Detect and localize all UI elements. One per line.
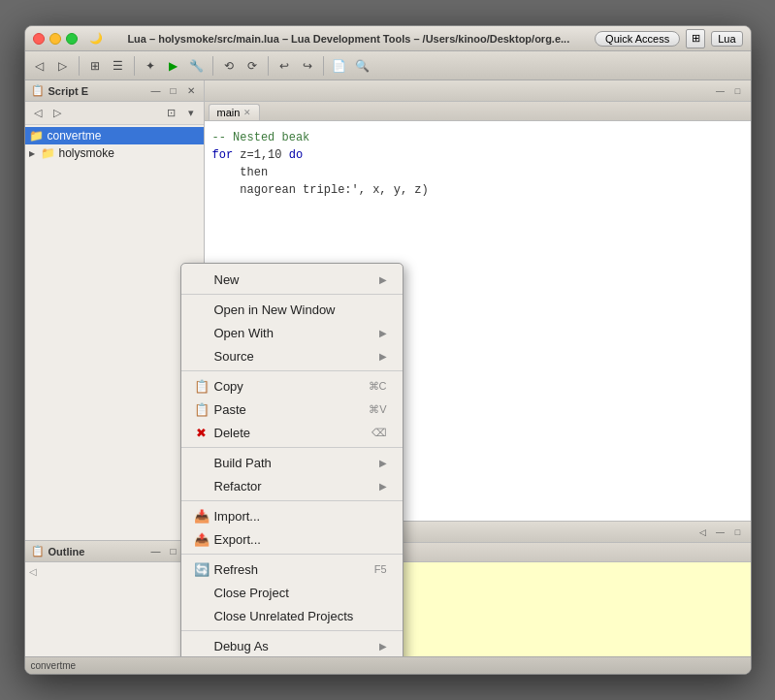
editor-minimize-btn[interactable]: — <box>714 84 727 98</box>
toolbar-btn-4[interactable]: 🔧 <box>186 55 208 77</box>
menu-sep-5 <box>181 554 403 555</box>
bottom-header-controls: ◁ — □ <box>696 525 745 539</box>
explorer-collapse[interactable]: ⊡ <box>163 105 180 122</box>
explorer-toolbar: ◁ ▷ ⊡ ▾ <box>25 102 204 125</box>
tree-item-holysmoke[interactable]: ▶ 📁 holysmoke <box>25 144 204 162</box>
menu-item-build-path[interactable]: Build Path ▶ <box>181 451 403 474</box>
open-new-window-icon <box>193 301 210 318</box>
bottom-minimize-btn[interactable]: — <box>714 525 727 539</box>
toolbar-btn-7[interactable]: ↩ <box>274 55 295 77</box>
titlebar: 🌙 Lua – holysmoke/src/main.lua – Lua Dev… <box>25 26 751 51</box>
menu-item-debug-as[interactable]: Debug As ▶ <box>181 634 403 656</box>
build-path-icon <box>193 454 210 471</box>
menu-item-import[interactable]: 📥 Import... <box>181 504 403 527</box>
menu-item-paste-label: Paste <box>214 402 350 417</box>
menu-item-close-project-label: Close Project <box>214 586 387 600</box>
menu-item-delete[interactable]: ✖ Delete ⌫ <box>181 421 403 444</box>
toolbar-sep-1 <box>79 56 80 76</box>
explorer-back[interactable]: ◁ <box>29 105 47 122</box>
menu-item-open-new-window[interactable]: Open in New Window <box>181 298 403 321</box>
toolbar-btn-9[interactable]: 📄 <box>329 55 350 77</box>
main-layout: 📋 Script E — □ ✕ ◁ ▷ ⊡ ▾ 📁 convertme ▶ <box>25 80 751 656</box>
toolbar-sep-2 <box>134 56 135 76</box>
delete-shortcut: ⌫ <box>371 427 387 439</box>
menu-item-refactor[interactable]: Refactor ▶ <box>181 474 403 497</box>
close-project-icon <box>193 584 210 601</box>
editor-maximize-btn[interactable]: □ <box>731 84 745 98</box>
menu-item-export[interactable]: 📤 Export... <box>181 527 403 551</box>
menu-item-open-with[interactable]: Open With ▶ <box>181 321 403 344</box>
code-line-4: nagorean triple:', x, y, z) <box>212 181 743 199</box>
editor-tab-main[interactable]: main ✕ <box>209 104 261 120</box>
toolbar-btn-2[interactable]: ☰ <box>108 55 129 77</box>
menu-item-open-new-window-label: Open in New Window <box>214 302 387 317</box>
app-icon: 🌙 <box>89 32 103 45</box>
toolbar-sep-5 <box>323 56 324 76</box>
menu-item-close-project[interactable]: Close Project <box>181 581 403 604</box>
menu-item-refactor-label: Refactor <box>214 479 375 493</box>
toolbar-btn-10[interactable]: 🔍 <box>352 55 373 77</box>
outline-arrow: ◁ <box>29 566 37 577</box>
open-with-icon <box>193 324 210 341</box>
tree-item-label-convertme: convertme <box>48 129 102 143</box>
left-panel: 📋 Script E — □ ✕ ◁ ▷ ⊡ ▾ 📁 convertme ▶ <box>25 80 205 656</box>
bottom-maximize-btn[interactable]: □ <box>731 525 745 539</box>
outline-icon: 📋 <box>31 545 45 557</box>
toolbar-btn-3[interactable]: ✦ <box>140 55 161 77</box>
menu-sep-2 <box>181 370 403 371</box>
quick-access-button[interactable]: Quick Access <box>595 31 680 47</box>
script-explorer-close[interactable]: ✕ <box>184 84 198 98</box>
code-line-1: -- Nested beak <box>212 129 743 146</box>
toolbar-btn-5[interactable]: ⟲ <box>218 55 240 77</box>
menu-item-source-label: Source <box>214 349 375 364</box>
code-keyword-do: do <box>289 148 303 162</box>
outline-minimize[interactable]: — <box>149 545 163 558</box>
main-toolbar: ◁ ▷ ⊞ ☰ ✦ ▶ 🔧 ⟲ ⟳ ↩ ↪ 📄 🔍 <box>25 51 751 80</box>
explorer-menu[interactable]: ▾ <box>182 105 200 122</box>
window-title: Lua – holysmoke/src/main.lua – Lua Devel… <box>109 33 590 45</box>
tree-item-label-holysmoke: holysmoke <box>59 146 114 160</box>
perspective-button[interactable]: ⊞ <box>686 29 705 48</box>
outline-maximize[interactable]: □ <box>167 545 180 558</box>
maximize-button[interactable] <box>66 33 78 45</box>
delete-icon: ✖ <box>193 424 210 441</box>
import-icon: 📥 <box>193 507 210 525</box>
outline-title: Outline <box>48 546 145 557</box>
lua-button[interactable]: Lua <box>711 31 742 47</box>
source-arrow: ▶ <box>379 351 387 362</box>
copy-icon: 📋 <box>193 377 210 395</box>
toolbar-nav-forward[interactable]: ▷ <box>52 55 74 77</box>
menu-sep-6 <box>181 630 403 631</box>
script-explorer-maximize[interactable]: □ <box>167 84 180 98</box>
explorer-forward[interactable]: ▷ <box>48 105 66 122</box>
menu-item-refresh[interactable]: 🔄 Refresh F5 <box>181 557 403 581</box>
menu-item-debug-as-label: Debug As <box>214 639 375 653</box>
debug-as-arrow: ▶ <box>379 641 387 652</box>
toolbar-nav-back[interactable]: ◁ <box>29 55 50 77</box>
menu-item-export-label: Export... <box>214 532 387 547</box>
menu-item-copy[interactable]: 📋 Copy ⌘C <box>181 374 403 398</box>
menu-item-source[interactable]: Source ▶ <box>181 344 403 367</box>
menu-item-paste[interactable]: 📋 Paste ⌘V <box>181 398 403 421</box>
toolbar-sep-4 <box>268 56 269 76</box>
menu-item-new[interactable]: New ▶ <box>181 268 403 291</box>
toolbar-btn-8[interactable]: ↪ <box>297 55 318 77</box>
folder-icon-convertme: 📁 <box>29 129 44 143</box>
toolbar-run[interactable]: ▶ <box>163 55 184 77</box>
menu-item-close-unrelated-label: Close Unrelated Projects <box>214 609 387 623</box>
bottom-nav-back[interactable]: ◁ <box>696 525 710 539</box>
copy-shortcut: ⌘C <box>369 380 387 393</box>
paste-icon: 📋 <box>193 400 210 418</box>
menu-item-build-path-label: Build Path <box>214 456 375 470</box>
toolbar-btn-1[interactable]: ⊞ <box>84 55 106 77</box>
toolbar-btn-6[interactable]: ⟳ <box>242 55 263 77</box>
tree-item-convertme[interactable]: 📁 convertme <box>25 127 204 144</box>
minimize-button[interactable] <box>49 33 61 45</box>
toolbar-sep-3 <box>212 56 213 76</box>
menu-item-import-label: Import... <box>214 509 387 524</box>
script-explorer-minimize[interactable]: — <box>149 84 163 98</box>
menu-item-close-unrelated[interactable]: Close Unrelated Projects <box>181 604 403 627</box>
close-button[interactable] <box>33 33 45 45</box>
build-path-arrow: ▶ <box>379 458 387 468</box>
tab-close-main[interactable]: ✕ <box>243 108 251 117</box>
